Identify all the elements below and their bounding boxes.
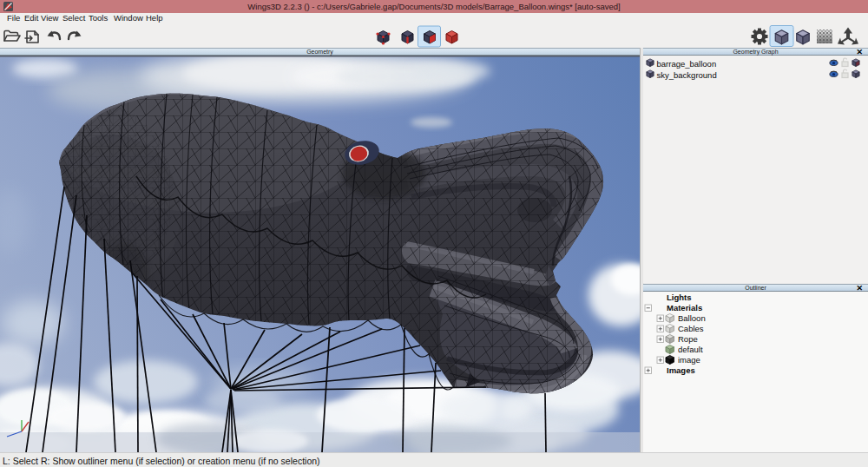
svg-text:default: default — [678, 345, 703, 354]
svg-text:Images: Images — [667, 365, 695, 375]
svg-text:barrage_balloon: barrage_balloon — [657, 59, 717, 69]
svg-text:Cables: Cables — [678, 324, 704, 333]
svg-text:image: image — [678, 355, 700, 365]
svg-text:Rope: Rope — [678, 334, 698, 344]
svg-text:Lights: Lights — [667, 293, 692, 302]
svg-text:sky_background: sky_background — [657, 70, 717, 80]
svg-text:Materials: Materials — [667, 303, 702, 312]
svg-text:Balloon: Balloon — [678, 313, 706, 323]
